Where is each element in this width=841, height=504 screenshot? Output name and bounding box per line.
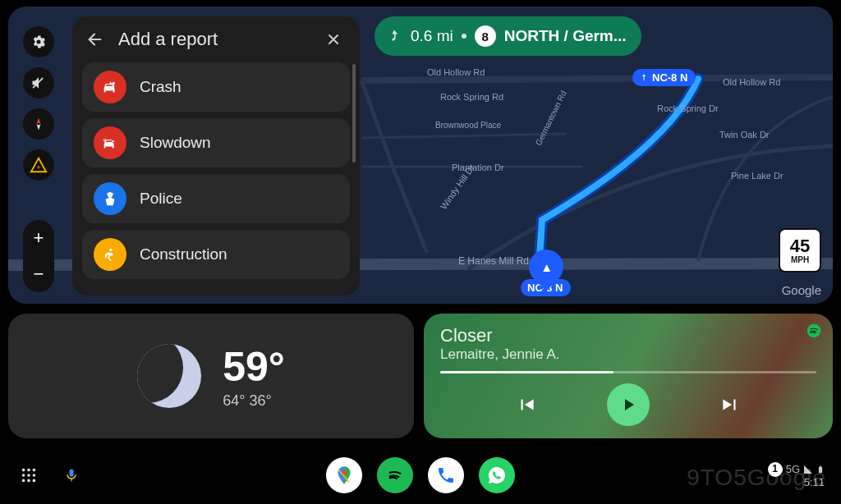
svg-text:+: +	[36, 163, 40, 172]
weather-card[interactable]: 59° 64° 36°	[8, 314, 414, 438]
report-item-label: Police	[140, 190, 182, 208]
battery-icon	[816, 464, 825, 475]
svg-point-9	[27, 474, 30, 477]
next-track-button[interactable]	[715, 390, 745, 419]
zoom-in-button[interactable]: +	[23, 220, 54, 256]
speed-limit-value: 45	[790, 237, 810, 255]
route-badge: NC-8 N	[632, 69, 696, 86]
direction-banner[interactable]: 0.6 mi 8 NORTH / Germ...	[375, 16, 641, 56]
separator-dot	[462, 34, 466, 39]
weather-high-low: 64° 36°	[223, 392, 271, 410]
map-attribution: Google	[782, 283, 821, 297]
report-panel: Add a report Crash Slowdown Police	[72, 16, 360, 296]
media-card[interactable]: Closer Lemaitre, Jennie A.	[424, 314, 833, 438]
route-shield: 8	[475, 25, 496, 47]
previous-track-button[interactable]	[512, 390, 541, 419]
report-item-construction[interactable]: Construction	[82, 230, 350, 279]
media-artist: Lemaitre, Jennie A.	[440, 346, 816, 363]
notification-badge[interactable]: 1	[768, 462, 783, 477]
report-item-label: Slowdown	[140, 134, 211, 152]
police-icon	[94, 182, 126, 215]
speed-limit-unit: MPH	[791, 255, 809, 264]
moon-icon	[137, 344, 201, 408]
speed-limit-sign: 45 MPH	[779, 228, 821, 273]
svg-rect-16	[820, 465, 821, 466]
network-indicator: 5G	[786, 464, 800, 475]
road-label: Pine Lake Dr	[731, 171, 784, 181]
app-spotify[interactable]	[377, 457, 413, 493]
scrollbar[interactable]	[352, 64, 356, 163]
zoom-out-button[interactable]: −	[23, 256, 54, 292]
road-label: Twin Oak Dr	[719, 130, 770, 140]
app-whatsapp[interactable]	[479, 457, 515, 493]
status-bar: 1 5G 5:11	[768, 462, 825, 488]
weather-temperature: 59°	[223, 343, 285, 391]
svg-rect-15	[819, 467, 822, 474]
turn-arrow-icon	[386, 28, 402, 44]
app-launcher-button[interactable]	[16, 463, 41, 488]
svg-point-10	[33, 474, 36, 477]
mute-button[interactable]	[23, 67, 54, 99]
direction-road-name: NORTH / Germ...	[504, 27, 627, 45]
zoom-control: + −	[23, 220, 54, 292]
report-hazard-button[interactable]: +	[23, 149, 54, 181]
play-button[interactable]	[607, 383, 650, 426]
svg-marker-1	[37, 118, 41, 125]
road-label: Rock Spring Dr	[657, 103, 719, 113]
report-panel-title: Add a report	[118, 29, 310, 50]
media-progress-bar[interactable]	[440, 371, 816, 373]
svg-point-11	[22, 479, 25, 483]
report-item-slowdown[interactable]: Slowdown	[82, 118, 350, 167]
app-maps[interactable]	[326, 457, 362, 493]
report-item-label: Crash	[140, 78, 182, 96]
back-button[interactable]	[84, 28, 107, 51]
report-list: Crash Slowdown Police Construction	[72, 59, 360, 286]
report-item-police[interactable]: Police	[82, 174, 350, 223]
report-item-label: Construction	[140, 245, 227, 263]
report-item-crash[interactable]: Crash	[82, 62, 350, 112]
compass-button[interactable]	[23, 108, 54, 140]
direction-distance: 0.6 mi	[411, 27, 453, 45]
road-label: Old Hollow Rd	[427, 67, 485, 77]
svg-point-7	[33, 469, 36, 472]
media-progress-fill	[440, 371, 614, 373]
svg-point-6	[27, 469, 30, 472]
crash-icon	[94, 71, 126, 103]
slowdown-icon	[94, 126, 126, 159]
settings-button[interactable]	[23, 26, 54, 57]
close-button[interactable]	[322, 28, 345, 51]
media-title: Closer	[440, 325, 816, 346]
road-label: Plantation Dr	[452, 163, 504, 172]
svg-point-12	[27, 479, 30, 483]
svg-marker-2	[37, 124, 41, 131]
map-card: Old Hollow Rd Old Hollow Rd Rock Spring …	[8, 7, 833, 304]
svg-point-8	[22, 474, 25, 477]
road-label: Old Hollow Rd	[723, 77, 780, 87]
road-label: Brownwood Place	[435, 121, 501, 130]
construction-icon	[94, 238, 126, 271]
svg-point-13	[33, 479, 36, 483]
svg-point-5	[22, 469, 25, 472]
signal-icon	[803, 465, 813, 474]
voice-assistant-button[interactable]	[59, 463, 84, 488]
app-phone[interactable]	[428, 457, 464, 493]
road-label: E Hanes Mill Rd	[458, 255, 529, 267]
dock: 1 5G 5:11	[0, 447, 841, 504]
clock: 5:11	[804, 477, 825, 488]
road-label: Rock Spring Rd	[440, 92, 503, 102]
spotify-icon	[807, 323, 821, 338]
